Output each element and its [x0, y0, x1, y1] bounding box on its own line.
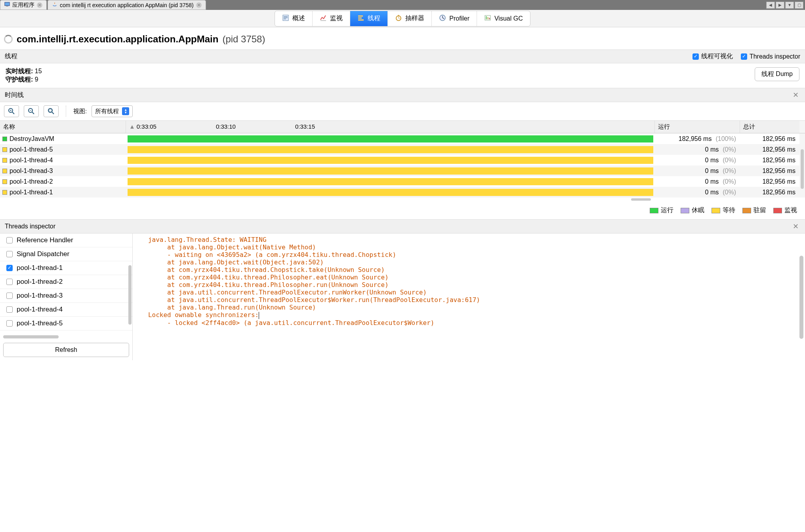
run-pct: (100%) — [715, 135, 736, 142]
vertical-scrollbar[interactable] — [128, 234, 132, 330]
stacktrace-pane[interactable]: java.lang.Thread.State: WAITING at java.… — [133, 234, 805, 360]
list-item[interactable]: Reference Handler — [0, 234, 132, 247]
svg-rect-3 — [284, 16, 288, 17]
java-icon — [52, 2, 57, 8]
checkbox-icon[interactable] — [6, 279, 13, 285]
checkbox-icon[interactable] — [6, 320, 13, 327]
view-label: 视图: — [73, 108, 87, 115]
refresh-button[interactable]: Refresh — [3, 343, 129, 357]
subtab-profiler[interactable]: Profiler — [432, 11, 477, 26]
thread-name: pool-1-thread-4 — [10, 157, 53, 164]
svg-rect-5 — [284, 19, 286, 19]
state-color-icon — [2, 137, 7, 141]
tab-applications[interactable]: 应用程序 ✕ — [0, 0, 47, 10]
run-time: 0 ms — [705, 146, 719, 153]
spinner-icon — [4, 35, 13, 44]
table-row[interactable]: pool-1-thread-30 ms(0%)182,956 ms — [0, 165, 799, 176]
table-row[interactable]: pool-1-thread-40 ms(0%)182,956 ms — [0, 155, 799, 165]
scrollbar-thumb[interactable] — [3, 335, 59, 338]
list-item[interactable]: pool-1-thread-4 — [0, 303, 132, 317]
close-icon[interactable]: ✕ — [791, 222, 800, 231]
list-item[interactable]: pool-1-thread-3 — [0, 289, 132, 303]
subtab-overview[interactable]: 概述 — [275, 11, 313, 26]
list-item[interactable]: Signal Dispatcher — [0, 247, 132, 261]
legend-sleep: 休眠 — [681, 206, 704, 215]
run-pct: (0%) — [723, 167, 736, 175]
svg-rect-15 — [489, 18, 490, 19]
table-row[interactable]: pool-1-thread-50 ms(0%)182,956 ms — [0, 144, 799, 155]
subtab-visualgc[interactable]: Visual GC — [477, 11, 530, 26]
total-time: 182,956 ms — [740, 156, 799, 165]
stacktrace-line: at java.lang.Object.wait(Object.java:502… — [137, 258, 801, 266]
legend-wait: 等待 — [712, 206, 735, 215]
list-item[interactable]: pool-1-thread-1 — [0, 261, 132, 275]
sort-asc-icon: ▲ — [129, 123, 135, 130]
close-icon[interactable]: ✕ — [196, 2, 202, 8]
nav-back-button[interactable]: ◀ — [766, 2, 775, 9]
minimize-button[interactable]: ▼ — [785, 2, 794, 9]
nav-forward-button[interactable]: ▶ — [776, 2, 784, 9]
close-icon[interactable]: ✕ — [37, 2, 42, 8]
col-total[interactable]: 总计 — [740, 121, 799, 133]
table-row[interactable]: pool-1-thread-20 ms(0%)182,956 ms — [0, 176, 799, 187]
col-timeline[interactable]: ▲0:33:05 0:33:10 0:33:15 — [126, 121, 655, 133]
horizontal-scrollbar[interactable] — [3, 335, 129, 339]
table-row[interactable]: DestroyJavaVM182,956 ms(100%)182,956 ms — [0, 133, 799, 144]
thread-name: DestroyJavaVM — [10, 135, 54, 142]
tab-appmain[interactable]: com intellij rt execution application Ap… — [48, 0, 206, 10]
zoom-fit-button[interactable] — [44, 105, 59, 117]
col-name[interactable]: 名称 — [0, 121, 126, 133]
run-pct: (0%) — [723, 157, 736, 164]
checkbox-icon[interactable] — [6, 293, 13, 299]
view-select[interactable]: 所有线程 ▲▼ — [92, 105, 133, 117]
subtab-sampler[interactable]: 抽样器 — [388, 11, 432, 26]
horizontal-scrollbar[interactable] — [126, 198, 655, 201]
checkbox-icon[interactable] — [6, 265, 13, 271]
scrollbar-thumb[interactable] — [801, 149, 804, 189]
stacktrace-line: Locked ownable synchronizers: — [137, 311, 801, 319]
table-row[interactable]: pool-1-thread-10 ms(0%)182,956 ms — [0, 187, 799, 198]
list-item[interactable]: pool-1-thread-2 — [0, 275, 132, 289]
run-time: 0 ms — [705, 157, 719, 164]
stacktrace-line: at java.util.concurrent.ThreadPoolExecut… — [137, 289, 801, 296]
checkbox-label: 线程可视化 — [701, 52, 733, 61]
checkbox-icon[interactable] — [6, 237, 13, 243]
live-threads-value: 15 — [35, 68, 42, 74]
legend-run: 运行 — [650, 206, 673, 215]
list-item[interactable]: pool-1-thread-5 — [0, 317, 132, 331]
total-time: 182,956 ms — [740, 188, 799, 197]
window-titlebar: 应用程序 ✕ com intellij rt execution applica… — [0, 0, 805, 10]
thread-dump-button[interactable]: 线程 Dump — [755, 67, 799, 81]
scrollbar-thumb[interactable] — [799, 256, 803, 339]
vertical-scrollbar[interactable] — [799, 133, 805, 198]
zoom-in-button[interactable] — [4, 105, 19, 117]
subtab-threads[interactable]: 线程 — [350, 11, 388, 26]
zoom-out-button[interactable] — [24, 105, 39, 117]
close-icon[interactable]: ✕ — [791, 91, 800, 99]
daemon-threads-value: 9 — [35, 76, 38, 83]
total-time: 182,956 ms — [740, 145, 799, 154]
visualize-checkbox[interactable]: 线程可视化 — [692, 52, 733, 61]
scrollbar-thumb[interactable] — [631, 198, 651, 201]
subtab-label: Profiler — [449, 15, 469, 22]
state-color-icon — [2, 158, 7, 163]
svg-rect-7 — [358, 17, 362, 19]
checkbox-icon[interactable] — [6, 251, 13, 257]
svg-rect-13 — [486, 16, 487, 19]
checkbox-icon — [692, 53, 699, 60]
subtab-bar: 概述 监视 线程 抽样器 Profiler Visual GC — [0, 10, 805, 27]
timeline-bar — [128, 146, 653, 153]
live-threads-label: 实时线程: — [6, 68, 33, 74]
scrollbar-thumb[interactable] — [128, 265, 132, 325]
maximize-button[interactable]: ▢ — [795, 2, 803, 9]
state-color-icon — [2, 179, 7, 184]
checkbox-icon[interactable] — [6, 306, 13, 313]
timeline-bar — [128, 157, 653, 164]
run-time: 0 ms — [705, 189, 719, 196]
inspector-checkbox[interactable]: Threads inspector — [741, 53, 800, 60]
col-run[interactable]: 运行 — [655, 121, 740, 133]
time-tick: 0:33:05 — [137, 123, 156, 130]
stacktrace-line: at java.util.concurrent.ThreadPoolExecut… — [137, 296, 801, 304]
thread-table-body: DestroyJavaVM182,956 ms(100%)182,956 msp… — [0, 133, 799, 198]
subtab-monitor[interactable]: 监视 — [313, 11, 350, 26]
